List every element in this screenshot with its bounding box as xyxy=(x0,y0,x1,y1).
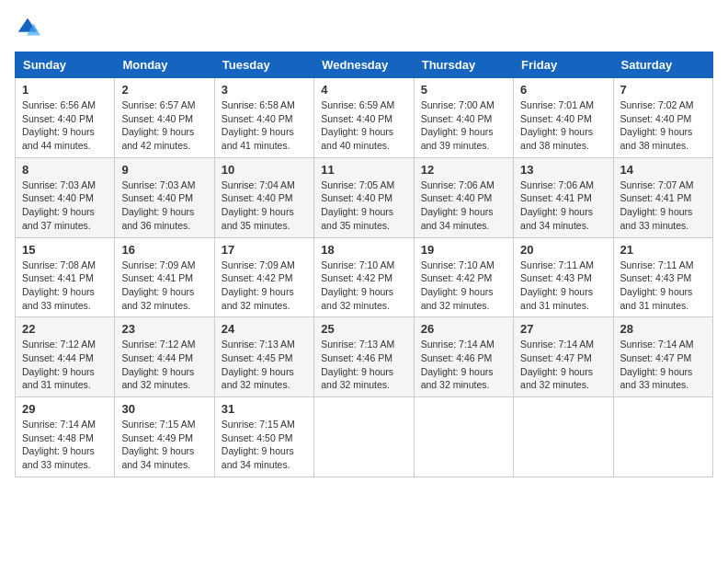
day-info: Sunrise: 7:14 AM Sunset: 4:46 PM Dayligh… xyxy=(421,338,506,392)
calendar-cell: 11 Sunrise: 7:05 AM Sunset: 4:40 PM Dayl… xyxy=(314,157,414,237)
calendar-week-row: 29 Sunrise: 7:14 AM Sunset: 4:48 PM Dayl… xyxy=(16,397,713,477)
day-info: Sunrise: 6:59 AM Sunset: 4:40 PM Dayligh… xyxy=(321,98,406,153)
day-number: 31 xyxy=(222,402,307,416)
day-number: 21 xyxy=(620,243,706,257)
day-info: Sunrise: 6:56 AM Sunset: 4:40 PM Dayligh… xyxy=(22,98,108,153)
calendar-cell: 27 Sunrise: 7:14 AM Sunset: 4:47 PM Dayl… xyxy=(514,317,613,397)
day-info: Sunrise: 7:12 AM Sunset: 4:44 PM Dayligh… xyxy=(121,338,207,392)
day-number: 27 xyxy=(520,322,606,336)
day-info: Sunrise: 7:11 AM Sunset: 4:43 PM Dayligh… xyxy=(620,259,706,313)
calendar-cell: 5 Sunrise: 7:00 AM Sunset: 4:40 PM Dayli… xyxy=(414,78,513,158)
day-number: 8 xyxy=(22,163,108,177)
day-number: 17 xyxy=(222,243,307,257)
day-number: 3 xyxy=(222,83,307,97)
calendar-week-row: 15 Sunrise: 7:08 AM Sunset: 4:41 PM Dayl… xyxy=(16,237,713,317)
weekday-header: Tuesday xyxy=(214,52,313,78)
day-number: 5 xyxy=(421,83,506,97)
day-number: 9 xyxy=(121,163,207,177)
weekday-header: Friday xyxy=(514,52,613,78)
day-number: 12 xyxy=(421,163,506,177)
day-info: Sunrise: 7:05 AM Sunset: 4:40 PM Dayligh… xyxy=(321,178,406,233)
calendar-cell: 4 Sunrise: 6:59 AM Sunset: 4:40 PM Dayli… xyxy=(314,78,414,158)
day-number: 28 xyxy=(620,322,706,336)
calendar-cell: 8 Sunrise: 7:03 AM Sunset: 4:40 PM Dayli… xyxy=(16,157,115,237)
calendar-cell: 31 Sunrise: 7:15 AM Sunset: 4:50 PM Dayl… xyxy=(214,397,313,477)
calendar-cell: 7 Sunrise: 7:02 AM Sunset: 4:40 PM Dayli… xyxy=(613,78,712,158)
calendar-cell: 6 Sunrise: 7:01 AM Sunset: 4:40 PM Dayli… xyxy=(514,78,613,158)
calendar-table: SundayMondayTuesdayWednesdayThursdayFrid… xyxy=(15,52,713,477)
calendar-cell: 14 Sunrise: 7:07 AM Sunset: 4:41 PM Dayl… xyxy=(613,157,712,237)
logo xyxy=(15,15,44,40)
day-number: 13 xyxy=(520,163,606,177)
day-info: Sunrise: 7:13 AM Sunset: 4:45 PM Dayligh… xyxy=(222,338,307,392)
day-info: Sunrise: 7:06 AM Sunset: 4:40 PM Dayligh… xyxy=(421,178,506,233)
calendar-cell xyxy=(314,397,414,477)
calendar-cell: 23 Sunrise: 7:12 AM Sunset: 4:44 PM Dayl… xyxy=(115,317,214,397)
day-info: Sunrise: 7:14 AM Sunset: 4:48 PM Dayligh… xyxy=(22,418,108,472)
day-info: Sunrise: 7:10 AM Sunset: 4:42 PM Dayligh… xyxy=(321,259,406,313)
day-info: Sunrise: 7:10 AM Sunset: 4:42 PM Dayligh… xyxy=(421,259,506,313)
day-number: 22 xyxy=(22,322,108,336)
calendar-week-row: 8 Sunrise: 7:03 AM Sunset: 4:40 PM Dayli… xyxy=(16,157,713,237)
day-number: 10 xyxy=(222,163,307,177)
calendar-cell: 18 Sunrise: 7:10 AM Sunset: 4:42 PM Dayl… xyxy=(314,237,414,317)
day-info: Sunrise: 7:15 AM Sunset: 4:49 PM Dayligh… xyxy=(121,418,207,472)
day-number: 6 xyxy=(520,83,606,97)
calendar-cell: 15 Sunrise: 7:08 AM Sunset: 4:41 PM Dayl… xyxy=(16,237,115,317)
header xyxy=(15,15,713,40)
day-info: Sunrise: 7:11 AM Sunset: 4:43 PM Dayligh… xyxy=(520,259,606,313)
calendar-cell: 22 Sunrise: 7:12 AM Sunset: 4:44 PM Dayl… xyxy=(16,317,115,397)
calendar-cell: 10 Sunrise: 7:04 AM Sunset: 4:40 PM Dayl… xyxy=(214,157,313,237)
logo-icon xyxy=(15,15,40,40)
day-info: Sunrise: 7:12 AM Sunset: 4:44 PM Dayligh… xyxy=(22,338,108,392)
calendar-cell: 26 Sunrise: 7:14 AM Sunset: 4:46 PM Dayl… xyxy=(414,317,513,397)
calendar-cell: 29 Sunrise: 7:14 AM Sunset: 4:48 PM Dayl… xyxy=(16,397,115,477)
day-number: 1 xyxy=(22,83,108,97)
calendar-cell: 17 Sunrise: 7:09 AM Sunset: 4:42 PM Dayl… xyxy=(214,237,313,317)
weekday-header: Saturday xyxy=(613,52,712,78)
weekday-header: Thursday xyxy=(414,52,513,78)
calendar-cell: 28 Sunrise: 7:14 AM Sunset: 4:47 PM Dayl… xyxy=(613,317,712,397)
day-number: 23 xyxy=(121,322,207,336)
day-info: Sunrise: 7:15 AM Sunset: 4:50 PM Dayligh… xyxy=(222,418,307,472)
day-number: 15 xyxy=(22,243,108,257)
calendar-cell xyxy=(613,397,712,477)
day-number: 25 xyxy=(321,322,406,336)
day-info: Sunrise: 6:58 AM Sunset: 4:40 PM Dayligh… xyxy=(222,98,307,153)
calendar-cell xyxy=(414,397,513,477)
calendar-cell: 25 Sunrise: 7:13 AM Sunset: 4:46 PM Dayl… xyxy=(314,317,414,397)
calendar-cell: 3 Sunrise: 6:58 AM Sunset: 4:40 PM Dayli… xyxy=(214,78,313,158)
day-number: 19 xyxy=(421,243,506,257)
calendar-cell: 19 Sunrise: 7:10 AM Sunset: 4:42 PM Dayl… xyxy=(414,237,513,317)
day-info: Sunrise: 7:02 AM Sunset: 4:40 PM Dayligh… xyxy=(620,98,706,153)
day-info: Sunrise: 7:03 AM Sunset: 4:40 PM Dayligh… xyxy=(22,178,108,233)
calendar-week-row: 1 Sunrise: 6:56 AM Sunset: 4:40 PM Dayli… xyxy=(16,78,713,158)
calendar-cell: 13 Sunrise: 7:06 AM Sunset: 4:41 PM Dayl… xyxy=(514,157,613,237)
day-info: Sunrise: 7:09 AM Sunset: 4:41 PM Dayligh… xyxy=(121,259,207,313)
day-number: 30 xyxy=(121,402,207,416)
day-info: Sunrise: 7:03 AM Sunset: 4:40 PM Dayligh… xyxy=(121,178,207,233)
day-number: 26 xyxy=(421,322,506,336)
day-number: 24 xyxy=(222,322,307,336)
day-info: Sunrise: 7:07 AM Sunset: 4:41 PM Dayligh… xyxy=(620,178,706,233)
calendar-header-row: SundayMondayTuesdayWednesdayThursdayFrid… xyxy=(16,52,713,78)
calendar-cell xyxy=(514,397,613,477)
day-info: Sunrise: 7:08 AM Sunset: 4:41 PM Dayligh… xyxy=(22,259,108,313)
calendar-cell: 12 Sunrise: 7:06 AM Sunset: 4:40 PM Dayl… xyxy=(414,157,513,237)
day-number: 2 xyxy=(121,83,207,97)
calendar-cell: 2 Sunrise: 6:57 AM Sunset: 4:40 PM Dayli… xyxy=(115,78,214,158)
day-info: Sunrise: 7:13 AM Sunset: 4:46 PM Dayligh… xyxy=(321,338,406,392)
day-info: Sunrise: 7:00 AM Sunset: 4:40 PM Dayligh… xyxy=(421,98,506,153)
weekday-header: Sunday xyxy=(16,52,115,78)
day-number: 4 xyxy=(321,83,406,97)
day-info: Sunrise: 7:04 AM Sunset: 4:40 PM Dayligh… xyxy=(222,178,307,233)
day-info: Sunrise: 7:09 AM Sunset: 4:42 PM Dayligh… xyxy=(222,259,307,313)
calendar-cell: 1 Sunrise: 6:56 AM Sunset: 4:40 PM Dayli… xyxy=(16,78,115,158)
calendar-cell: 16 Sunrise: 7:09 AM Sunset: 4:41 PM Dayl… xyxy=(115,237,214,317)
day-info: Sunrise: 7:14 AM Sunset: 4:47 PM Dayligh… xyxy=(520,338,606,392)
day-number: 11 xyxy=(321,163,406,177)
day-number: 18 xyxy=(321,243,406,257)
day-number: 20 xyxy=(520,243,606,257)
day-info: Sunrise: 7:06 AM Sunset: 4:41 PM Dayligh… xyxy=(520,178,606,233)
day-info: Sunrise: 7:14 AM Sunset: 4:47 PM Dayligh… xyxy=(620,338,706,392)
